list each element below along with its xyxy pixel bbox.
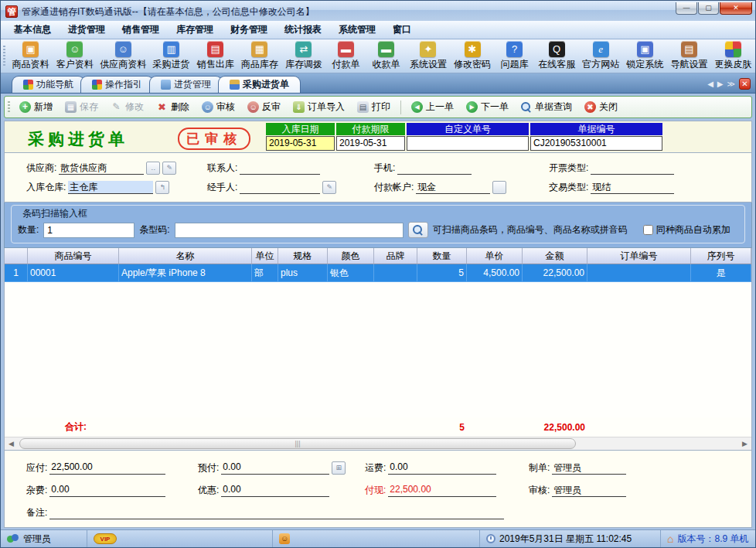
toolbar-sales-out[interactable]: ▤ 销售出库	[193, 39, 237, 73]
pay-deadline-value[interactable]: 2019-05-31	[336, 136, 405, 151]
col-name[interactable]: 名称	[119, 248, 252, 264]
tab-purchase-mgmt[interactable]: 进货管理	[149, 76, 223, 93]
menu-reports[interactable]: 统计报表	[276, 21, 330, 39]
toolbar-purchase-in[interactable]: ▥ 采购进货	[149, 39, 193, 73]
delete-button[interactable]: ✖ 删除	[151, 98, 195, 116]
tab-operation-guide[interactable]: 操作指引	[80, 76, 154, 93]
supplier-value[interactable]: 散货供应商	[59, 162, 144, 175]
toolbar-transfer[interactable]: ⇄ 库存调拨	[281, 39, 325, 73]
toolbar-customers[interactable]: ☺ 客户资料	[53, 39, 97, 73]
trade-type-value[interactable]: 现结	[591, 181, 674, 194]
freight-value[interactable]: 0.00	[388, 461, 496, 475]
col-brand[interactable]: 品牌	[374, 248, 417, 264]
toolbar-settings[interactable]: ✦ 系统设置	[406, 39, 450, 73]
close-form-button[interactable]: ✖ 关闭	[579, 98, 623, 116]
print-button[interactable]: ▤ 打印	[352, 98, 396, 116]
menu-inventory[interactable]: 库存管理	[168, 21, 222, 39]
table-empty-area	[5, 282, 751, 417]
contact-value[interactable]	[240, 162, 320, 175]
tab-purchase-order[interactable]: 采购进货单	[218, 76, 301, 93]
col-spec[interactable]: 规格	[278, 248, 328, 264]
tab-close-icon[interactable]: ✕	[739, 78, 751, 90]
toolbar-website[interactable]: e 官方网站	[579, 39, 623, 73]
col-price[interactable]: 单价	[467, 248, 523, 264]
toolbar-receipt[interactable]: ▬ 收款单	[366, 39, 406, 73]
toolbar-online-service[interactable]: Q 在线客服	[535, 39, 579, 73]
col-serial[interactable]: 序列号	[691, 248, 751, 264]
barcode-search-button[interactable]	[408, 222, 428, 238]
total-qty: 5	[417, 422, 467, 433]
toolbar-faq[interactable]: ? 问题库	[495, 39, 535, 73]
tab-function-nav[interactable]: 功能导航	[12, 76, 85, 93]
unaudit-button[interactable]: ☺ 反审	[242, 98, 286, 116]
tab-list-icon[interactable]: ≫	[727, 80, 735, 88]
auto-accumulate-checkbox[interactable]	[643, 225, 653, 235]
toolbar-stock[interactable]: ▦ 商品库存	[237, 39, 281, 73]
scroll-right-icon[interactable]: ▶	[738, 440, 751, 448]
custom-no-value[interactable]	[407, 136, 529, 151]
tab-scroll-right-icon[interactable]: ▶	[717, 80, 724, 88]
supplier-edit-button[interactable]: ✎	[162, 162, 176, 175]
pay-account-value[interactable]: 现金	[416, 181, 490, 194]
menu-sales[interactable]: 销售管理	[114, 21, 168, 39]
scroll-left-icon[interactable]: ◀	[5, 440, 18, 448]
menu-system[interactable]: 系统管理	[330, 21, 384, 39]
toolbar-goods[interactable]: ▣ 商品资料	[9, 39, 53, 73]
warehouse-lookup-button[interactable]: ↰	[155, 181, 169, 194]
invoice-type-value[interactable]	[591, 162, 674, 175]
save-button[interactable]: ▦ 保存	[60, 98, 104, 116]
order-import-button[interactable]: ⇓ 订单导入	[288, 98, 350, 116]
prepaid-calc-button[interactable]: ⊞	[332, 461, 346, 475]
next-order-button[interactable]: ▶ 下一单	[461, 98, 514, 116]
menu-purchase[interactable]: 进货管理	[60, 21, 114, 39]
discount-value[interactable]: 0.00	[221, 484, 329, 497]
scrollbar-track[interactable]	[18, 437, 738, 450]
maximize-button[interactable]: ▢	[698, 2, 719, 15]
handler-value[interactable]	[240, 181, 320, 194]
audit-button[interactable]: ☺ 审核	[196, 98, 240, 116]
toolbar-change-password[interactable]: ✱ 修改密码	[451, 39, 495, 73]
barcode-qty-input[interactable]	[43, 223, 135, 238]
toolbar-suppliers[interactable]: ☺ 供应商资料	[97, 39, 149, 73]
horizontal-scrollbar[interactable]: ◀ ▶	[5, 437, 751, 450]
barcode-code-input[interactable]	[175, 223, 404, 238]
table-row[interactable]: 1 00001 Apple/苹果 iPhone 8 部 plus 银色 5 4,…	[5, 264, 751, 282]
col-order-no[interactable]: 订单编号	[587, 248, 691, 264]
close-button[interactable]: ✕	[720, 2, 752, 15]
toolbar-lock[interactable]: ▣ 锁定系统	[623, 39, 667, 73]
supplier-lookup-button[interactable]: ‥	[146, 162, 160, 175]
tab-scroll-left-icon[interactable]: ◀	[707, 80, 713, 88]
minimize-button[interactable]: —	[676, 2, 697, 15]
new-button[interactable]: + 新增	[14, 98, 58, 116]
toolbar-change-skin[interactable]: 更换皮肤	[711, 39, 755, 73]
warehouse-value[interactable]: 主仓库	[68, 181, 153, 194]
remark-value[interactable]	[49, 506, 504, 519]
col-rownum[interactable]	[5, 248, 28, 264]
menu-window[interactable]: 窗口	[384, 21, 420, 39]
edit-button[interactable]: ✎ 修改	[105, 98, 149, 116]
col-color[interactable]: 颜色	[328, 248, 374, 264]
cash-paid-value[interactable]: 22,500.00	[388, 484, 496, 497]
toolbar-payment[interactable]: ▬ 付款单	[325, 39, 366, 73]
payable-value[interactable]: 22,500.00	[49, 461, 165, 475]
menu-basic-info[interactable]: 基本信息	[5, 21, 60, 39]
service-person-icon[interactable]: ☺	[279, 533, 290, 544]
barcode-group-title: 条码扫描输入框	[19, 208, 90, 219]
doc-no-value[interactable]: CJ201905310001	[530, 136, 662, 151]
misc-fee-value[interactable]: 0.00	[49, 484, 165, 497]
handler-edit-button[interactable]: ✎	[322, 181, 336, 194]
pay-account-button[interactable]	[492, 181, 506, 194]
col-unit[interactable]: 单位	[252, 248, 278, 264]
order-query-button[interactable]: 单据查询	[516, 98, 577, 116]
mobile-value[interactable]	[397, 162, 472, 175]
pay-account-label: 付款帐户:	[374, 181, 414, 194]
col-code[interactable]: 商品编号	[28, 248, 119, 264]
prepaid-value[interactable]: 0.00	[221, 461, 329, 475]
prev-order-button[interactable]: ◀ 上一单	[406, 98, 459, 116]
toolbar-nav-settings[interactable]: ▤ 导航设置	[667, 39, 711, 73]
col-amount[interactable]: 金额	[523, 248, 587, 264]
in-date-value[interactable]: 2019-05-31	[266, 136, 335, 151]
scrollbar-thumb[interactable]	[19, 438, 576, 449]
menu-finance[interactable]: 财务管理	[222, 21, 276, 39]
col-qty[interactable]: 数量	[417, 248, 467, 264]
